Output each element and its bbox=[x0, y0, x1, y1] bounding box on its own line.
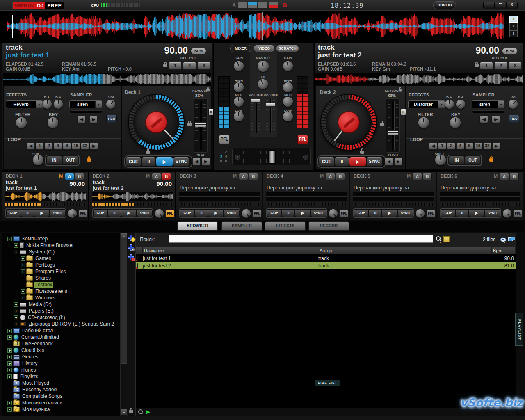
sync-button[interactable]: SYNC bbox=[311, 210, 326, 217]
autoplay-icon[interactable]: ▶ bbox=[146, 409, 150, 415]
tree-item[interactable]: Testbox bbox=[2, 281, 120, 288]
tree-item[interactable]: +Program Files bbox=[2, 268, 120, 275]
tree-item[interactable]: +Windows bbox=[2, 294, 120, 301]
maximize-button[interactable] bbox=[495, 2, 506, 9]
sampler-volume-knob[interactable] bbox=[106, 100, 115, 109]
loop-4-button[interactable]: 4 bbox=[54, 142, 62, 150]
tab-mixer[interactable]: MIXER bbox=[230, 45, 251, 52]
rhythm-zoom-1[interactable]: 1 bbox=[509, 16, 518, 23]
assign-b-button[interactable]: B bbox=[75, 173, 84, 180]
deck-b-med-knob[interactable] bbox=[283, 97, 293, 107]
cue-button[interactable]: CUE bbox=[126, 157, 141, 166]
assign-b-button[interactable]: B bbox=[162, 173, 171, 180]
loop-1-button[interactable]: 1 bbox=[438, 142, 446, 150]
pitch-down-button[interactable]: ◀ bbox=[192, 158, 201, 166]
master-indicator[interactable]: M bbox=[320, 173, 324, 178]
play-button[interactable]: ▶ bbox=[156, 157, 173, 166]
scrollbar-thumb[interactable] bbox=[121, 240, 127, 364]
p1-knob[interactable] bbox=[445, 100, 454, 109]
cue-button[interactable]: CUE bbox=[94, 210, 107, 217]
tree-item[interactable]: +Games bbox=[2, 255, 120, 262]
pfl-button[interactable]: PFL bbox=[513, 210, 523, 217]
browser-lock-icon[interactable] bbox=[129, 410, 133, 413]
pitch-down-button[interactable]: ◀ bbox=[385, 158, 393, 166]
tree-item[interactable]: -Компьютер bbox=[2, 235, 120, 242]
assign-a-button[interactable]: A bbox=[152, 173, 161, 180]
loop-out-button[interactable]: OUT bbox=[465, 156, 480, 164]
deck-b-jogwheel[interactable] bbox=[321, 95, 376, 150]
cue-button[interactable]: CUE bbox=[7, 210, 21, 217]
deck-a-jogwheel[interactable] bbox=[129, 95, 184, 150]
expand-icon[interactable]: + bbox=[21, 289, 25, 294]
play-button[interactable]: ▶ bbox=[121, 210, 136, 217]
collapse-icon[interactable]: - bbox=[7, 407, 12, 412]
tab-sampler[interactable]: SAMPLER bbox=[221, 221, 262, 231]
pause-button[interactable]: II bbox=[21, 210, 34, 217]
keylock-icon[interactable] bbox=[399, 89, 402, 91]
tab-video[interactable]: VIDEO bbox=[253, 45, 275, 52]
pause-button[interactable]: II bbox=[335, 157, 349, 166]
expand-icon[interactable]: + bbox=[7, 335, 12, 340]
jog-lock-icon[interactable] bbox=[360, 151, 364, 154]
cue-button[interactable]: CUE bbox=[180, 210, 194, 217]
deck-a-effect-select[interactable]: Reverb ▼ bbox=[6, 100, 43, 108]
pause-button[interactable]: II bbox=[369, 210, 381, 217]
loop-shift-knob[interactable] bbox=[435, 155, 446, 165]
play-button[interactable]: ▶ bbox=[208, 210, 223, 217]
tree-item[interactable]: +Playlists bbox=[2, 373, 120, 380]
sync-button[interactable]: SYNC bbox=[50, 210, 65, 217]
tree-item[interactable]: +Nokia Phone Browser bbox=[2, 242, 120, 249]
filter-knob[interactable] bbox=[418, 117, 429, 128]
minideck-progress[interactable] bbox=[92, 203, 173, 206]
minideck-volume-knob[interactable] bbox=[242, 209, 251, 218]
crossfader[interactable]: + + bbox=[232, 148, 311, 165]
repeat-mode-icon[interactable] bbox=[138, 409, 143, 414]
tree-item[interactable]: +Пользователи bbox=[2, 288, 120, 294]
minideck-waveform[interactable] bbox=[266, 192, 347, 201]
config-button[interactable]: CONFIG bbox=[433, 1, 456, 9]
sync-button[interactable]: SYNC bbox=[173, 157, 189, 166]
expand-icon[interactable]: + bbox=[21, 296, 25, 300]
minideck-waveform[interactable] bbox=[440, 192, 520, 201]
tree-item[interactable]: Most Played bbox=[2, 380, 120, 386]
minideck-progress[interactable] bbox=[440, 203, 520, 206]
filter-knob[interactable] bbox=[16, 117, 27, 128]
master-knob[interactable] bbox=[258, 61, 269, 72]
tree-item[interactable]: +Media (D:) bbox=[2, 301, 120, 308]
tree-item[interactable]: +Мои видеозаписи bbox=[2, 399, 120, 406]
assign-a-button[interactable]: A bbox=[65, 173, 74, 180]
expand-icon[interactable]: + bbox=[7, 368, 12, 372]
volume-handle[interactable] bbox=[265, 103, 275, 107]
lock-icon[interactable] bbox=[163, 64, 167, 67]
pitch-slider-handle[interactable] bbox=[387, 130, 399, 135]
sampler-rec-button[interactable]: REC bbox=[509, 115, 519, 123]
expand-icon[interactable]: + bbox=[21, 263, 25, 267]
cue-button[interactable]: CUE bbox=[354, 210, 368, 217]
minideck-volume-knob[interactable] bbox=[155, 209, 164, 218]
pause-button[interactable]: II bbox=[142, 157, 155, 166]
loop-in-button[interactable]: IN bbox=[47, 156, 62, 164]
deck-b-low-knob[interactable] bbox=[283, 112, 293, 121]
loop-32-button[interactable]: 32 bbox=[483, 142, 491, 150]
deck-a-low-knob[interactable] bbox=[234, 112, 244, 121]
tab-browser[interactable]: BROWSER bbox=[177, 221, 218, 231]
play-button[interactable]: ▶ bbox=[349, 157, 366, 166]
playlist-side-tab[interactable]: PLAYLIST bbox=[515, 313, 523, 346]
assign-a-button[interactable]: A bbox=[500, 173, 509, 180]
master-indicator[interactable]: M bbox=[233, 173, 237, 178]
hotcue-2-button[interactable]: 2 bbox=[494, 62, 507, 70]
deck-b-volume-slider[interactable] bbox=[266, 98, 275, 133]
side-list-button[interactable]: SIDE LIST bbox=[315, 380, 340, 386]
expand-icon[interactable]: + bbox=[14, 243, 18, 248]
rhythm-zoom-3[interactable]: 3 bbox=[509, 30, 518, 37]
pfl-button[interactable]: PFL bbox=[426, 210, 436, 217]
tree-item[interactable]: +CD-дисковод (I:) bbox=[2, 314, 120, 321]
add-note-icon[interactable] bbox=[443, 236, 450, 242]
crossfader-handle[interactable] bbox=[268, 150, 276, 164]
deck-a-pfl-button[interactable]: PFL bbox=[219, 135, 230, 144]
play-button[interactable]: ▶ bbox=[469, 210, 484, 217]
minideck-volume-knob[interactable] bbox=[503, 209, 511, 218]
deck-b-sample-select[interactable]: siren ▼ bbox=[472, 100, 504, 108]
expand-icon[interactable]: + bbox=[14, 315, 18, 320]
xfader-assign-left-4[interactable]: 4 bbox=[224, 154, 228, 159]
